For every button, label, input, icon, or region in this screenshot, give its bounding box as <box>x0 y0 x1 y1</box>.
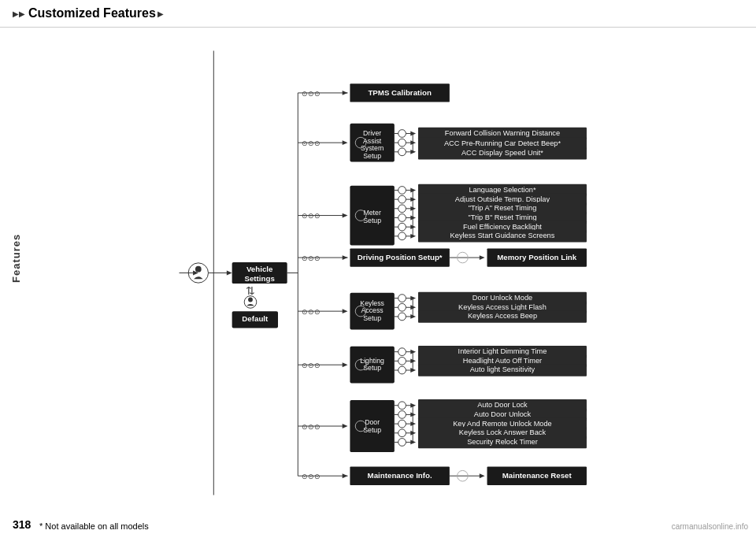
svg-marker-42 <box>343 213 348 218</box>
svg-text:Driver: Driver <box>363 129 381 137</box>
svg-point-133 <box>398 429 406 437</box>
page-title: Customized Features <box>28 6 156 20</box>
svg-point-57 <box>398 223 406 231</box>
svg-point-131 <box>398 411 406 419</box>
svg-text:TPMS Calibration: TPMS Calibration <box>368 88 432 97</box>
svg-text:Auto Door Unlock: Auto Door Unlock <box>474 410 532 418</box>
svg-point-134 <box>398 439 406 447</box>
sidebar-label: Features <box>10 251 22 283</box>
svg-text:⊙⊙⊙: ⊙⊙⊙ <box>302 212 321 220</box>
svg-text:Maintenance Info.: Maintenance Info. <box>368 471 432 480</box>
svg-point-32 <box>398 139 406 146</box>
svg-point-58 <box>398 232 406 240</box>
svg-point-10 <box>248 298 253 302</box>
svg-point-90 <box>398 295 406 302</box>
svg-text:⊙⊙⊙: ⊙⊙⊙ <box>302 254 321 262</box>
svg-point-109 <box>398 348 406 356</box>
svg-text:⇅: ⇅ <box>246 285 255 297</box>
breadcrumb-arrows-left: ▶▶ <box>13 9 25 18</box>
svg-text:Door Unlock Mode: Door Unlock Mode <box>472 294 532 302</box>
svg-text:Auto light Sensitivity: Auto light Sensitivity <box>470 365 536 373</box>
svg-text:Headlight Auto Off Timer: Headlight Auto Off Timer <box>463 357 542 365</box>
svg-marker-73 <box>343 255 348 260</box>
svg-marker-81 <box>343 309 348 313</box>
svg-text:Interior Light Dimming Time: Interior Light Dimming Time <box>458 347 547 355</box>
svg-text:Key And Remote Unlock Mode: Key And Remote Unlock Mode <box>453 420 552 428</box>
svg-point-91 <box>398 303 406 311</box>
svg-text:Keyless Access Beep: Keyless Access Beep <box>468 312 537 320</box>
svg-point-31 <box>398 130 406 138</box>
svg-point-33 <box>398 148 406 156</box>
svg-marker-101 <box>343 362 348 367</box>
svg-text:Memory Position Link: Memory Position Link <box>497 253 577 261</box>
page-number: 318 <box>13 518 31 531</box>
svg-point-130 <box>398 402 406 410</box>
svg-text:"Trip A" Reset Timing: "Trip A" Reset Timing <box>469 204 537 212</box>
svg-text:⊙⊙⊙: ⊙⊙⊙ <box>302 139 321 147</box>
svg-marker-120 <box>343 424 348 428</box>
diagram-svg: Vehicle Settings ⇅ Default ⊙⊙⊙ TPMS Cali… <box>24 35 756 510</box>
svg-text:⊙⊙⊙: ⊙⊙⊙ <box>302 423 321 431</box>
svg-text:Setup: Setup <box>363 152 381 160</box>
watermark: carmanualsonline.info <box>672 522 748 531</box>
svg-text:Forward Collision Warning Dist: Forward Collision Warning Distance <box>445 129 560 137</box>
svg-text:Vehicle: Vehicle <box>246 265 273 273</box>
svg-text:⊙⊙⊙: ⊙⊙⊙ <box>302 473 321 480</box>
svg-text:ACC Pre-Running Car Detect Bee: ACC Pre-Running Car Detect Beep* <box>444 139 561 147</box>
svg-text:Keyless Start Guidance Screens: Keyless Start Guidance Screens <box>450 232 555 239</box>
svg-text:Auto Door Lock: Auto Door Lock <box>477 401 528 409</box>
svg-text:Keyless Lock Answer Back: Keyless Lock Answer Back <box>459 428 547 436</box>
svg-point-53 <box>398 187 406 195</box>
footer-note: * Not available on all models <box>39 521 149 531</box>
svg-text:Keyless Access Light Flash: Keyless Access Light Flash <box>458 303 547 311</box>
svg-point-54 <box>398 195 406 203</box>
svg-point-55 <box>398 205 406 213</box>
svg-text:Setup: Setup <box>363 314 381 322</box>
svg-marker-77 <box>480 255 485 260</box>
svg-text:Driving Position Setup*: Driving Position Setup* <box>358 253 443 261</box>
svg-point-111 <box>398 366 406 374</box>
svg-text:⊙⊙⊙: ⊙⊙⊙ <box>302 90 321 98</box>
main-content: Vehicle Settings ⇅ Default ⊙⊙⊙ TPMS Cali… <box>24 35 756 510</box>
svg-text:"Trip B" Reset Timing: "Trip B" Reset Timing <box>468 213 536 221</box>
svg-text:Maintenance Reset: Maintenance Reset <box>502 471 573 480</box>
svg-text:Security Relock Timer: Security Relock Timer <box>467 438 538 446</box>
svg-marker-147 <box>343 473 348 478</box>
svg-text:System: System <box>361 144 384 152</box>
svg-text:Fuel Efficiency Backlight: Fuel Efficiency Backlight <box>463 223 542 231</box>
svg-point-132 <box>398 420 406 428</box>
svg-marker-17 <box>343 91 348 95</box>
svg-text:ACC Display Speed Unit*: ACC Display Speed Unit* <box>461 149 543 157</box>
svg-text:Keyless: Keyless <box>360 299 384 307</box>
svg-point-92 <box>398 313 406 321</box>
svg-text:Language Selection*: Language Selection* <box>469 186 536 194</box>
svg-marker-21 <box>343 140 348 145</box>
svg-marker-5 <box>227 271 232 276</box>
svg-point-56 <box>398 214 406 222</box>
header: ▶▶ Customized Features ▶ <box>0 0 756 28</box>
svg-text:⊙⊙⊙: ⊙⊙⊙ <box>302 362 321 369</box>
svg-text:Settings: Settings <box>244 274 274 283</box>
svg-text:Adjust Outside Temp. Display: Adjust Outside Temp. Display <box>455 195 550 203</box>
breadcrumb-arrow-right: ▶ <box>158 9 164 18</box>
svg-text:⊙⊙⊙: ⊙⊙⊙ <box>302 308 321 316</box>
svg-point-110 <box>398 357 406 365</box>
svg-marker-151 <box>480 473 485 478</box>
svg-point-1 <box>195 266 202 273</box>
svg-text:Default: Default <box>242 314 269 323</box>
svg-text:Door: Door <box>365 418 380 426</box>
